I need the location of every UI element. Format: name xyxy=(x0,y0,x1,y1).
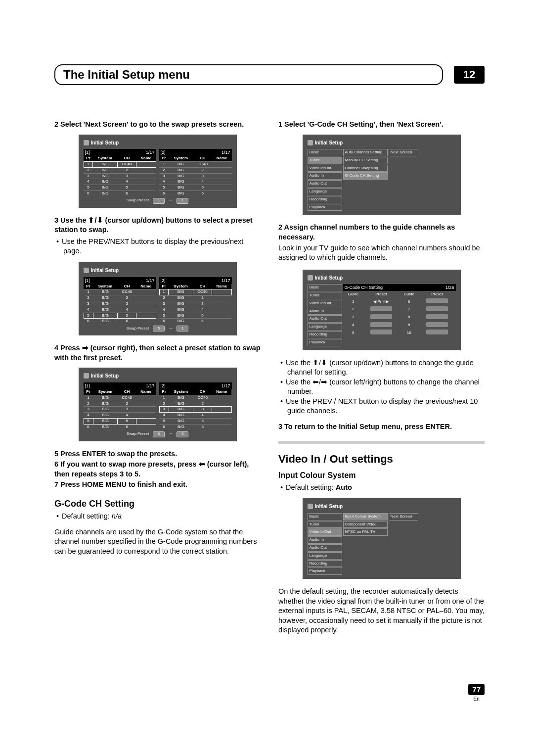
video-io-heading: Video In / Out settings xyxy=(278,452,485,467)
section-rule xyxy=(278,441,485,444)
page-footer: 77 En xyxy=(468,684,485,702)
r-step-3: 3 To return to the Initial Setup menu, p… xyxy=(278,422,485,432)
osd-title: Initial Setup xyxy=(84,140,232,146)
chapter-title-outline: The Initial Setup menu xyxy=(54,64,443,85)
ics-default: Default setting: Auto xyxy=(287,483,485,493)
step-6: 6 If you want to swap more presets, pres… xyxy=(54,460,261,479)
gcode-heading: G-Code CH Setting xyxy=(54,498,261,510)
chapter-title: The Initial Setup menu xyxy=(63,68,190,81)
step-2: 2 Select 'Next Screen' to go to the swap… xyxy=(54,120,261,130)
step-5: 5 Press ENTER to swap the presets. xyxy=(54,449,261,459)
osd-swap-b: Initial Setup [1]1/17 PrSystemCHName 1B/… xyxy=(79,262,237,335)
gcode-table: GuidePresetGuidePreset 1◀ Pr 4 ▶6 27 38 … xyxy=(343,291,456,337)
chapter-number-badge: 12 xyxy=(454,66,485,84)
osd-ics: Initial Setup Basic Tuner Video In/Out A… xyxy=(303,498,461,579)
swap-arrows-icon: ↔ xyxy=(169,198,173,203)
manual-page: The Initial Setup menu 12 2 Select 'Next… xyxy=(0,0,534,756)
r-bul-3: Use the PREV / NEXT button to display th… xyxy=(287,397,485,416)
r-bul-2: Use the ⬅/➡ (cursor left/right) buttons … xyxy=(287,378,485,397)
step-3-bullet: Use the PREV/NEXT buttons to display the… xyxy=(63,237,261,256)
gcode-body: Guide channels are used by the G-Code sy… xyxy=(54,527,261,557)
osd-swap-c: Initial Setup [1]1/17 PrSystemCHName 1B/… xyxy=(79,368,237,441)
r-step-2: 2 Assign channel numbers to the guide ch… xyxy=(278,223,485,242)
chapter-header: The Initial Setup menu 12 xyxy=(54,64,485,85)
left-column: 2 Select 'Next Screen' to go to the swap… xyxy=(54,120,261,642)
swap-arrows-icon: ↔ xyxy=(169,326,173,331)
r-bul-1: Use the ⬆/⬇ (cursor up/down) buttons to … xyxy=(287,358,485,378)
r-step-1: 1 Select 'G-Code CH Setting', then 'Next… xyxy=(278,120,485,130)
step-3: 3 Use the ⬆/⬇ (cursor up/down) buttons t… xyxy=(54,216,261,235)
preset-table-right: PrSystemCHName 1B/GCC40 2B/G2 3B/G3 4B/G… xyxy=(159,156,232,196)
right-column: 1 Select 'G-Code CH Setting', then 'Next… xyxy=(278,120,485,642)
step-4: 4 Press ➡ (cursor right), then select a … xyxy=(54,343,261,363)
page-language: En xyxy=(468,696,485,702)
osd-gcode-nav: Initial Setup Basic Tuner Video In/Out A… xyxy=(303,135,461,215)
osd-swap-a: Initial Setup [1]1/17 PrSystemCHName 1B/… xyxy=(79,135,237,208)
ics-heading: Input Colour System xyxy=(278,470,485,481)
osd-gcode-table: Initial Setup Basic Tuner Video In/Out A… xyxy=(303,270,461,350)
step-7: 7 Press HOME MENU to finish and exit. xyxy=(54,480,261,490)
page-number: 77 xyxy=(468,684,485,695)
swap-arrows-icon: ↔ xyxy=(169,431,173,437)
ics-body: On the default setting, the recorder aut… xyxy=(278,587,485,635)
preset-table-left: PrSystemCHName 1B/GCC40 2B/G2 3B/G3 4B/G… xyxy=(84,156,156,196)
r-step-2-body: Look in your TV guide to see which chann… xyxy=(278,243,485,263)
gcode-default: Default setting: n/a xyxy=(63,512,261,521)
